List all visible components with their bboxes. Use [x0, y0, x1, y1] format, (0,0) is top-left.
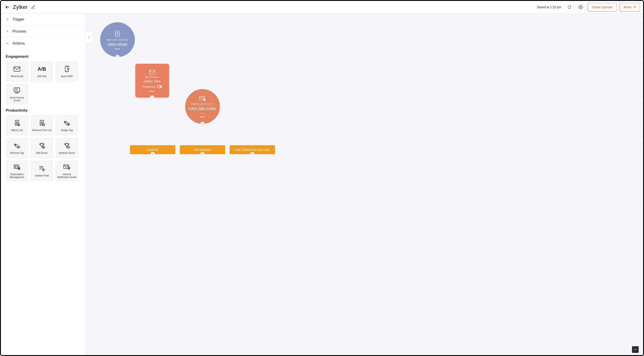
svg-point-13 [16, 122, 18, 123]
node-message[interactable]: MESSAGE Zylker Sale Response ••• [135, 64, 169, 98]
sms-icon [64, 65, 70, 73]
tile-label: Send Survey Email [7, 96, 27, 102]
branch-label: Not Clicked On Any Link [236, 148, 269, 151]
branch-not-opened[interactable]: Not Opened [180, 145, 225, 154]
svg-point-21 [65, 122, 66, 123]
node-out-handle[interactable] [150, 95, 154, 100]
branch-label: Opened [147, 148, 158, 151]
svg-rect-2 [14, 67, 20, 71]
more-label: More [624, 5, 631, 9]
svg-point-18 [41, 122, 42, 123]
update-field-icon [38, 164, 45, 172]
email-click-icon [199, 96, 206, 101]
scroll-to-top-button[interactable] [632, 346, 639, 353]
node-kicker: EMAIL ACTIVITY [191, 103, 214, 105]
trophy-plus-icon [39, 142, 45, 150]
trophy-minus-icon [64, 142, 70, 150]
tile-label: A/B Test [38, 75, 46, 78]
app-header: Zylker Saved at 1:15 pm Close Canvas [1, 1, 643, 13]
node-out-handle[interactable] [200, 152, 205, 156]
node-name[interactable]: Zylker Sale (Zylker, … [188, 106, 217, 114]
node-name[interactable]: zylker private [108, 42, 127, 46]
more-button[interactable]: More [620, 3, 640, 11]
refresh-icon [568, 5, 572, 9]
node-email-activity[interactable]: EMAIL ACTIVITY Zylker Sale (Zylker, … ••… [185, 89, 220, 124]
node-kicker: ON LIST ENTRY [106, 39, 128, 41]
svg-point-38 [15, 166, 16, 167]
back-icon[interactable] [5, 5, 10, 10]
tile-subscription-management[interactable]: Subscription Management [6, 161, 28, 181]
svg-point-50 [117, 32, 118, 34]
svg-point-25 [15, 145, 16, 145]
settings-button[interactable] [576, 3, 585, 11]
sidebar-row-process-label: Process [12, 29, 26, 34]
sidebar-row-trigger[interactable]: Trigger [1, 13, 85, 25]
workflow-canvas[interactable]: ON LIST ENTRY zylker private ••• MESSAGE… [86, 13, 643, 355]
tile-internal-notification-email[interactable]: Internal Notification Email [56, 161, 78, 181]
tile-label: Add Score [36, 151, 48, 154]
saved-at-text: Saved at 1:15 pm [537, 5, 562, 9]
tile-label: Subscription Management [7, 173, 27, 179]
tile-label: Send SMS [61, 75, 73, 78]
node-out-handle[interactable] [115, 55, 120, 59]
envelope-icon [14, 65, 20, 73]
page-title: Zylker [13, 4, 28, 10]
internal-email-icon [63, 163, 70, 171]
svg-point-5 [67, 67, 70, 69]
branch-not-clicked[interactable]: Not Clicked On Any Link [230, 145, 275, 154]
node-kicker: MESSAGE [145, 76, 159, 78]
node-out-handle[interactable] [200, 122, 205, 126]
tile-update-field[interactable]: Update Field [31, 161, 53, 181]
response-toggle[interactable]: Response [142, 85, 162, 88]
tile-add-score[interactable]: Add Score [31, 138, 53, 158]
tile-label: Assign Tag [61, 129, 73, 132]
remove-list-icon [39, 119, 45, 127]
ab-icon: A/B [38, 66, 46, 72]
node-trigger[interactable]: ON LIST ENTRY zylker private ••• [100, 22, 135, 57]
header-right: Saved at 1:15 pm Close Canvas More [537, 3, 640, 11]
chevron-down-icon [6, 42, 9, 45]
tile-remove-tag[interactable]: Remove Tag [6, 138, 28, 158]
caret-down-icon [634, 6, 636, 8]
tile-remove-from-list[interactable]: Remove from List [31, 115, 53, 135]
response-label: Response [142, 85, 156, 88]
sidebar-row-actions-label: Actions [12, 41, 25, 46]
tile-send-email[interactable]: Send Email [6, 62, 28, 82]
refresh-button[interactable] [565, 3, 574, 11]
sidebar-row-trigger-label: Trigger [12, 17, 24, 22]
add-list-icon [14, 119, 20, 127]
header-left: Zylker [5, 4, 36, 10]
collapse-sidebar-handle[interactable] [86, 32, 93, 43]
tile-label: Remove Tag [10, 151, 24, 154]
branch-opened[interactable]: Opened [130, 145, 175, 154]
tile-label: Internal Notification Email [57, 173, 77, 179]
node-out-handle[interactable] [250, 152, 254, 156]
node-out-handle[interactable] [150, 152, 155, 156]
tile-send-sms[interactable]: Send SMS [56, 62, 78, 82]
envelope-icon [149, 70, 155, 74]
close-canvas-label: Close Canvas [592, 5, 612, 9]
chevron-up-icon [634, 348, 637, 351]
svg-point-1 [580, 7, 581, 8]
edit-title-icon[interactable] [31, 5, 36, 9]
node-name: Zylker Sale [144, 79, 160, 83]
sidebar: Trigger Process Actions Engagement [1, 13, 86, 355]
svg-rect-54 [149, 70, 155, 74]
chevron-left-icon [88, 36, 91, 39]
tag-minus-icon [14, 142, 20, 150]
tile-assign-tag[interactable]: Assign Tag [56, 115, 78, 135]
branch-label: Not Opened [194, 148, 211, 151]
sidebar-row-process[interactable]: Process [1, 25, 85, 37]
chevron-right-icon [6, 30, 9, 33]
tile-label: Remove from List [32, 129, 52, 132]
section-title-engagement: Engagement [6, 54, 80, 59]
tile-subtract-score[interactable]: Subtract Score [56, 138, 78, 158]
toggle-icon [157, 85, 162, 88]
tile-add-to-list[interactable]: Add to List [6, 115, 28, 135]
chevron-right-icon [6, 18, 9, 21]
close-canvas-button[interactable]: Close Canvas [588, 3, 617, 11]
tile-label: Add to List [11, 129, 23, 132]
tile-send-survey-email[interactable]: Send Survey Email [6, 84, 28, 104]
sidebar-row-actions[interactable]: Actions [1, 37, 85, 50]
tile-ab-test[interactable]: A/B A/B Test [31, 62, 53, 82]
